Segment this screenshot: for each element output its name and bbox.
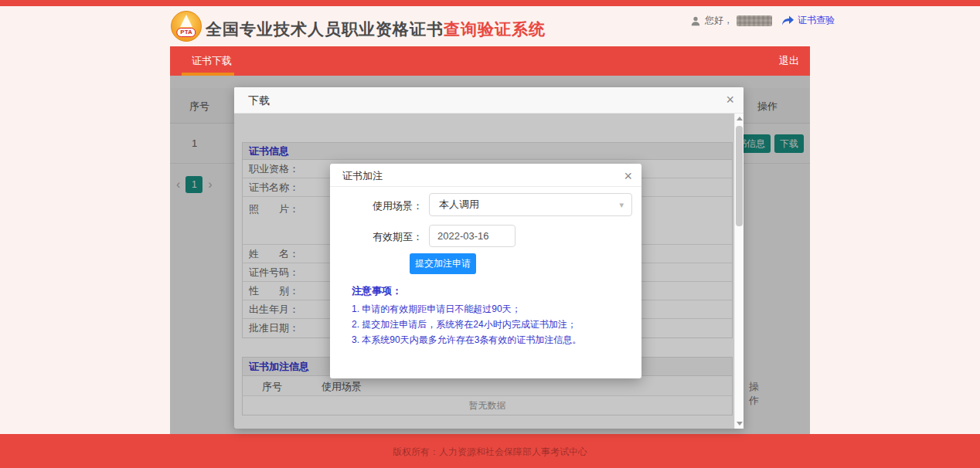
scene-select-value: 本人调用: [439, 198, 479, 210]
note-line: 3. 本系统90天内最多允许存在3条有效的证书加注信息。: [352, 334, 581, 347]
logo-badge: PTA: [176, 28, 196, 37]
cert-verify-link[interactable]: 证书查验: [798, 14, 835, 27]
close-icon[interactable]: ×: [624, 168, 632, 184]
user-icon: [690, 15, 701, 26]
copyright-text: 版权所有：人力资源和社会保障部人事考试中心: [0, 446, 980, 459]
close-icon[interactable]: ×: [726, 92, 734, 107]
scroll-up-icon[interactable]: [737, 117, 743, 120]
top-red-strip: [0, 0, 980, 6]
share-arrow-icon[interactable]: [782, 15, 794, 25]
anno-col-action: 操作: [749, 380, 759, 408]
chevron-down-icon: ▾: [619, 194, 624, 215]
download-modal-titlebar: 下载 ×: [234, 87, 744, 114]
notes-title: 注意事项：: [352, 284, 402, 298]
valid-until-input[interactable]: [429, 225, 516, 247]
scroll-down-icon[interactable]: [737, 422, 743, 426]
logout-button[interactable]: 退出: [779, 46, 799, 76]
annotation-modal-titlebar: 证书加注 ×: [330, 164, 641, 187]
note-line: 2. 提交加注申请后，系统将在24小时内完成证书加注；: [352, 318, 577, 331]
page-title-main: 全国专业技术人员职业资格证书: [206, 20, 444, 38]
scene-select[interactable]: 本人调用 ▾: [429, 193, 632, 216]
main-nav: 证书下载 退出: [170, 46, 810, 76]
modal-scrollbar[interactable]: [734, 114, 744, 429]
scene-field-label: 使用场景：: [345, 199, 423, 213]
valid-until-label: 有效期至：: [345, 230, 423, 244]
header: PTA 全国专业技术人员职业资格证书查询验证系统 您好， 证书查验: [0, 6, 980, 46]
download-modal-title: 下载: [248, 94, 270, 108]
logo-petal-icon: [180, 15, 192, 27]
app-root: PTA 全国专业技术人员职业资格证书查询验证系统 您好， 证书查验 证书下载 退…: [0, 0, 980, 468]
tab-cert-download[interactable]: 证书下载: [192, 46, 232, 76]
scrollbar-thumb[interactable]: [736, 126, 743, 226]
footer: 版权所有：人力资源和社会保障部人事考试中心: [0, 434, 980, 468]
note-line: 1. 申请的有效期距申请日不能超过90天；: [352, 303, 521, 316]
annotation-modal: 证书加注 × 使用场景： 本人调用 ▾ 有效期至： 提交加注申请 注意事项： 1…: [330, 164, 641, 378]
pta-logo: PTA: [171, 11, 202, 42]
page-title: 全国专业技术人员职业资格证书查询验证系统: [206, 19, 546, 40]
submit-annotation-button[interactable]: 提交加注申请: [410, 253, 476, 274]
page-title-accent: 查询验证系统: [444, 20, 546, 38]
user-area: 您好， 证书查验: [690, 14, 835, 27]
greeting-label: 您好，: [705, 14, 733, 27]
user-name-redacted: [737, 15, 772, 26]
annotation-modal-title: 证书加注: [342, 169, 383, 183]
